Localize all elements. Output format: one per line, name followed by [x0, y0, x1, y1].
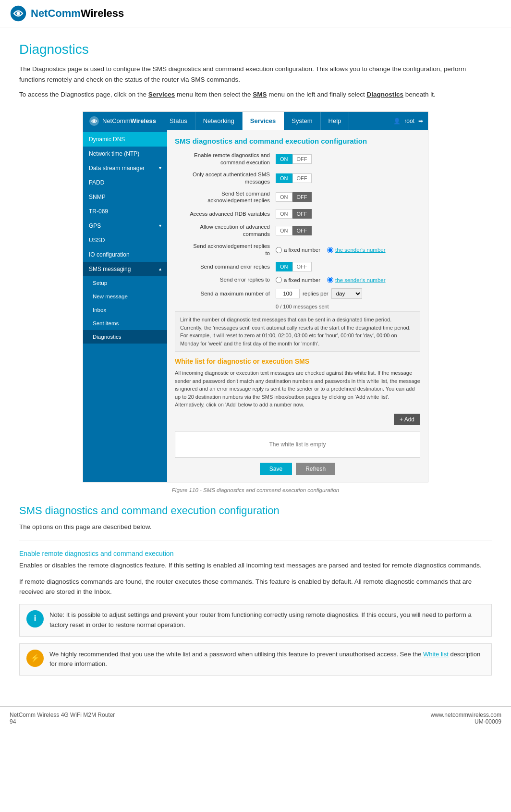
sidebar-item-gps[interactable]: GPS ▾	[83, 219, 167, 233]
main-content: Diagnostics The Diagnostics page is used…	[0, 27, 511, 697]
toggle-off-enable-remote[interactable]: OFF	[292, 154, 312, 164]
toggle-authenticated[interactable]: ON OFF	[276, 173, 312, 183]
sidebar-item-inbox[interactable]: Inbox	[83, 303, 167, 317]
label-authenticated: Only accept authenticated SMSmessages	[175, 171, 276, 185]
sidebar-item-io[interactable]: IO configuration	[83, 247, 167, 262]
screenshot-inner: Dynamic DNS Network time (NTP) Data stre…	[83, 130, 428, 482]
radio-error-sender[interactable]: the sender's number	[327, 277, 385, 283]
time-period-select[interactable]: day hour week month	[331, 288, 362, 299]
nav-tab-services[interactable]: Services	[243, 112, 284, 130]
toggle-enable-remote[interactable]: ON OFF	[276, 154, 312, 164]
save-button[interactable]: Save	[260, 463, 292, 475]
sidebar: Dynamic DNS Network time (NTP) Data stre…	[83, 130, 167, 482]
nav-tab-status[interactable]: Status	[162, 112, 195, 130]
radio-input-error-fixed[interactable]	[276, 277, 282, 283]
radio-sender-number[interactable]: the sender's number	[327, 247, 385, 253]
toggle-set-command[interactable]: ON OFF	[276, 192, 312, 202]
screenshot-container: NetCommWireless Status Networking Servic…	[19, 111, 492, 482]
form-row-rdb: Access advanced RDB variables ON OFF	[175, 209, 420, 219]
toggle-rdb[interactable]: ON OFF	[276, 209, 312, 219]
whitelist-empty: The white list is empty	[175, 431, 420, 458]
warn-icon: ⚡	[26, 650, 44, 667]
toggle-error-replies[interactable]: ON OFF	[276, 262, 312, 271]
nav-tab-help[interactable]: Help	[321, 112, 350, 130]
sidebar-item-padd[interactable]: PADD	[83, 175, 167, 190]
toggle-off-authenticated[interactable]: OFF	[292, 173, 312, 183]
svg-point-3	[93, 120, 95, 122]
toggle-on-enable-remote[interactable]: ON	[276, 154, 292, 164]
white-list-link[interactable]: White list	[423, 651, 449, 658]
panel: SMS diagnostics and command execution co…	[167, 130, 428, 482]
toggle-off-error-replies[interactable]: OFF	[292, 262, 312, 271]
note-box-2: ⚡ We highly recommended that you use the…	[19, 643, 492, 676]
toggle-off-set-command[interactable]: OFF	[292, 192, 312, 202]
refresh-button[interactable]: Refresh	[296, 463, 335, 475]
label-error-replies: Send command error replies	[175, 263, 276, 271]
sidebar-item-diagnostics[interactable]: Diagnostics	[83, 330, 167, 344]
radio-input-fixed[interactable]	[276, 247, 282, 253]
sidebar-item-ntp[interactable]: Network time (NTP)	[83, 147, 167, 161]
toggle-on-rdb[interactable]: ON	[276, 209, 292, 219]
nav-tab-system[interactable]: System	[284, 112, 320, 130]
label-enable-remote: Enable remote diagnostics andcommand exe…	[175, 152, 276, 166]
footer-right: www.netcommwireless.com UM-00009	[431, 712, 501, 725]
page-footer: NetComm Wireless 4G WiFi M2M Router 94 w…	[0, 706, 511, 730]
toggle-execution[interactable]: ON OFF	[276, 226, 312, 235]
toggle-off-rdb[interactable]: OFF	[292, 209, 312, 219]
footer-left: NetComm Wireless 4G WiFi M2M Router 94	[10, 712, 115, 725]
section-heading: SMS diagnostics and command execution co…	[19, 504, 492, 517]
radio-ack-to: a fixed number the sender's number	[276, 247, 386, 253]
form-row-error-to: Send error replies to a fixed number the…	[175, 276, 420, 283]
nav-tab-networking[interactable]: Networking	[195, 112, 243, 130]
intro-para-1: The Diagnostics page is used to configur…	[19, 64, 492, 85]
section-para-2: If remote diagnostics commands are found…	[19, 577, 492, 597]
intro-para-2: To access the Diagnostics page, click on…	[19, 89, 492, 100]
radio-error-to: a fixed number the sender's number	[276, 277, 386, 283]
sidebar-item-setup[interactable]: Setup	[83, 276, 167, 290]
nav-user: 👤 root ➡	[393, 118, 428, 124]
section-para-1: Enables or disables the remote diagnosti…	[19, 560, 492, 571]
form-row-error-replies: Send command error replies ON OFF	[175, 262, 420, 271]
page-title: Diagnostics	[19, 42, 492, 57]
toggle-on-authenticated[interactable]: ON	[276, 173, 292, 183]
sub-heading-enable: Enable remote diagnostics and command ex…	[19, 550, 492, 557]
toggle-on-set-command[interactable]: ON	[276, 192, 292, 202]
form-row-set-command: Send Set commandacknowledgement replies …	[175, 190, 420, 205]
radio-input-sender[interactable]	[327, 247, 333, 253]
add-whitelist-button[interactable]: + Add	[394, 414, 420, 425]
toggle-on-execution[interactable]: ON	[276, 226, 292, 235]
toggle-on-error-replies[interactable]: ON	[276, 262, 292, 271]
form-row-max-number: Send a maximum number of replies per day…	[175, 288, 420, 299]
radio-fixed-number[interactable]: a fixed number	[276, 247, 320, 253]
section-subtitle: The options on this page are described b…	[19, 522, 492, 532]
radio-label-sender: the sender's number	[335, 247, 385, 253]
radio-error-fixed[interactable]: a fixed number	[276, 277, 320, 283]
nav-bar: NetCommWireless Status Networking Servic…	[83, 112, 428, 130]
sidebar-item-tr069[interactable]: TR-069	[83, 204, 167, 219]
sidebar-item-snmp[interactable]: SNMP	[83, 190, 167, 204]
sidebar-item-ussd[interactable]: USSD	[83, 233, 167, 247]
note-text-1: Note: It is possible to adjust settings …	[49, 610, 485, 630]
label-max-number: Send a maximum number of	[175, 290, 276, 297]
toggle-off-execution[interactable]: OFF	[292, 226, 312, 235]
sidebar-item-dynamic-dns[interactable]: Dynamic DNS	[83, 132, 167, 147]
label-error-to: Send error replies to	[175, 276, 276, 283]
whitelist-desc: All incoming diagnostic or execution tex…	[175, 369, 420, 409]
radio-label-fixed: a fixed number	[284, 247, 320, 253]
sidebar-item-sent-items[interactable]: Sent items	[83, 317, 167, 330]
footer-doc-id: UM-00009	[431, 718, 501, 725]
nav-logo-area: NetCommWireless	[83, 116, 162, 126]
form-row-authenticated: Only accept authenticated SMSmessages ON…	[175, 171, 420, 185]
action-buttons: Save Refresh	[175, 463, 420, 475]
footer-website: www.netcommwireless.com	[431, 712, 501, 718]
radio-input-error-sender[interactable]	[327, 277, 333, 283]
sidebar-item-data-stream[interactable]: Data stream manager ▾	[83, 161, 167, 175]
page-header: NetCommWireless	[0, 0, 511, 27]
radio-label-error-fixed: a fixed number	[284, 277, 320, 283]
logout-icon[interactable]: ➡	[418, 118, 423, 124]
max-number-input[interactable]	[276, 289, 300, 298]
label-ack-to: Send acknowledgement repliesto	[175, 243, 276, 257]
sidebar-item-new-message[interactable]: New message	[83, 290, 167, 303]
divider-1	[19, 541, 492, 541]
sidebar-item-sms[interactable]: SMS messaging ▴	[83, 262, 167, 276]
